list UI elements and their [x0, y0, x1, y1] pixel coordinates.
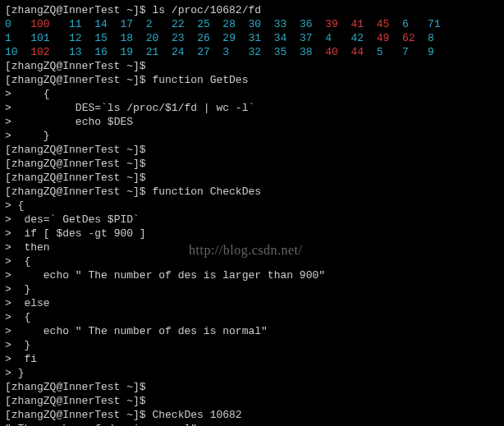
fd-entry: 26 — [197, 31, 222, 45]
fd-entry: 41 — [351, 17, 376, 31]
continuation-prompt: > — [5, 353, 11, 365]
fd-entry: 13 — [69, 45, 94, 59]
shell-prompt: [zhangZQ@InnerTest ~]$ — [5, 60, 146, 72]
fd-entry: 11 — [69, 17, 94, 31]
fd-entry: 62 — [402, 31, 428, 45]
shell-prompt: [zhangZQ@InnerTest ~]$ — [5, 172, 146, 184]
fd-entry: 10 — [5, 45, 30, 59]
shell-prompt: [zhangZQ@InnerTest ~]$ — [5, 158, 146, 170]
fd-entry: 23 — [172, 31, 197, 45]
code-line: des=` GetDes $PID` — [11, 213, 140, 226]
fd-entry: 19 — [120, 45, 145, 59]
command-text: function CheckDes — [152, 186, 261, 198]
fd-entry: 31 — [249, 31, 274, 45]
continuation-prompt: > — [5, 367, 11, 379]
fd-entry: 71 — [428, 17, 453, 31]
fd-entry: 29 — [222, 31, 248, 45]
fd-entry: 7 — [402, 45, 428, 59]
code-line: } — [11, 283, 30, 295]
shell-prompt: [zhangZQ@InnerTest ~]$ — [5, 144, 146, 156]
fd-entry: 17 — [120, 17, 145, 31]
continuation-prompt: > — [5, 241, 11, 254]
fd-entry: 22 — [172, 17, 197, 31]
continuation-prompt: > — [5, 255, 11, 268]
fd-entry: 42 — [351, 31, 376, 45]
continuation-prompt: > — [5, 311, 11, 323]
code-line: then — [11, 241, 50, 254]
fd-entry: 30 — [249, 17, 274, 31]
fd-entry: 49 — [377, 31, 402, 45]
fd-listing-row: 0 100 11 14 17 2 22 25 28 30 33 36 39 41… — [5, 17, 499, 31]
fd-entry: 101 — [30, 31, 69, 45]
fd-entry: 9 — [428, 45, 453, 59]
continuation-prompt: > — [5, 130, 11, 142]
shell-prompt: [zhangZQ@InnerTest ~]$ — [5, 186, 146, 198]
code-line: { — [11, 311, 30, 323]
fd-entry: 0 — [5, 17, 30, 31]
shell-prompt: [zhangZQ@InnerTest ~]$ — [5, 4, 146, 16]
continuation-prompt: > — [5, 116, 11, 128]
fd-entry: 25 — [197, 17, 222, 31]
fd-entry: 36 — [300, 17, 325, 31]
fd-listing-row: 10 102 13 16 19 21 24 27 3 32 35 38 40 4… — [5, 45, 499, 59]
fd-entry: 18 — [120, 31, 145, 45]
fd-entry: 21 — [146, 45, 172, 59]
continuation-prompt: > — [5, 297, 11, 309]
fd-entry: 2 — [146, 17, 172, 31]
command-text: ls /proc/10682/fd — [146, 4, 261, 16]
code-line: { — [11, 88, 50, 100]
continuation-prompt: > — [5, 88, 11, 100]
code-line: echo " The number of des is larger than … — [11, 269, 325, 282]
fd-entry: 40 — [325, 45, 351, 59]
fd-entry: 8 — [428, 31, 453, 45]
continuation-prompt: > — [5, 325, 11, 337]
continuation-prompt: > — [5, 283, 11, 295]
code-line: DES=`ls /proc/$1/fd | wc -l` — [11, 102, 254, 114]
shell-prompt: [zhangZQ@InnerTest ~]$ — [5, 409, 146, 421]
fd-entry: 100 — [30, 17, 69, 31]
fd-entry: 5 — [377, 45, 402, 59]
fd-entry: 44 — [351, 45, 376, 59]
continuation-prompt: > — [5, 227, 11, 240]
continuation-prompt: > — [5, 269, 11, 282]
fd-entry: 16 — [94, 45, 120, 59]
code-line: } — [11, 339, 30, 351]
fd-entry: 32 — [249, 45, 274, 59]
fd-entry: 33 — [274, 17, 300, 31]
fd-entry: 27 — [197, 45, 222, 59]
code-line: else — [11, 297, 50, 309]
continuation-prompt: > — [5, 339, 11, 351]
fd-entry: 102 — [30, 45, 69, 59]
code-line: } — [11, 130, 50, 142]
continuation-prompt: > — [5, 213, 11, 226]
shell-prompt: [zhangZQ@InnerTest ~]$ — [5, 74, 146, 86]
code-line: fi — [11, 353, 37, 365]
fd-entry: 24 — [172, 45, 197, 59]
command-text: function GetDes — [152, 74, 248, 86]
code-line: if [ $des -gt 900 ] — [11, 227, 146, 240]
fd-entry: 35 — [274, 45, 300, 59]
command-text: CheckDes 10682 — [152, 409, 241, 421]
fd-entry: 45 — [377, 17, 402, 31]
fd-entry: 38 — [300, 45, 325, 59]
fd-entry: 1 — [5, 31, 30, 45]
fd-entry: 15 — [94, 31, 120, 45]
fd-entry: 39 — [325, 17, 351, 31]
fd-entry: 34 — [274, 31, 300, 45]
fd-listing-row: 1 101 12 15 18 20 23 26 29 31 34 37 4 42… — [5, 31, 499, 45]
fd-entry: 28 — [222, 17, 248, 31]
continuation-prompt: > — [5, 102, 11, 114]
code-line: echo $DES — [11, 116, 133, 128]
shell-prompt: [zhangZQ@InnerTest ~]$ — [5, 395, 146, 407]
fd-entry: 12 — [69, 31, 94, 45]
fd-entry: 6 — [402, 17, 428, 31]
fd-entry: 14 — [94, 17, 120, 31]
code-line: } — [18, 367, 25, 379]
fd-entry: 37 — [300, 31, 325, 45]
fd-entry: 4 — [325, 31, 351, 45]
continuation-prompt: > — [5, 199, 11, 212]
code-line: echo " The number of des is normal" — [11, 325, 268, 337]
fd-entry: 20 — [146, 31, 172, 45]
command-output: " The number of des is normal" — [5, 423, 197, 426]
shell-prompt: [zhangZQ@InnerTest ~]$ — [5, 381, 146, 393]
